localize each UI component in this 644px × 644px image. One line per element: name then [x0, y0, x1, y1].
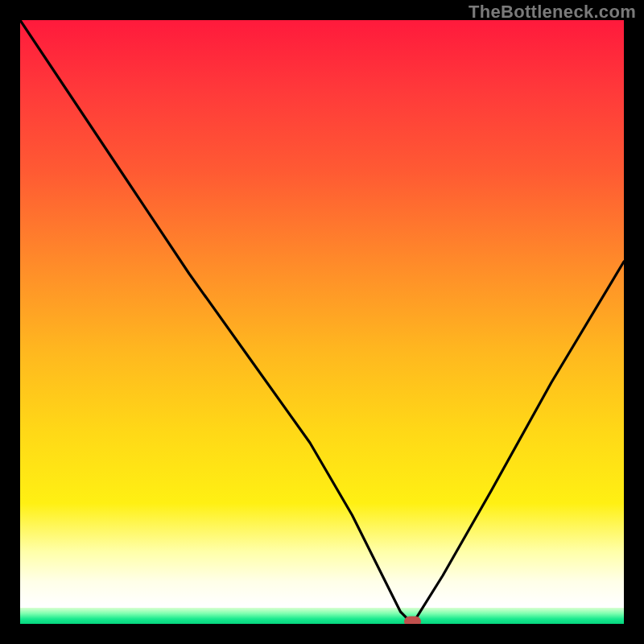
- plot-area: [20, 20, 624, 624]
- watermark-text: TheBottleneck.com: [469, 2, 636, 23]
- minimum-marker: [405, 617, 421, 624]
- chart-frame: TheBottleneck.com: [0, 0, 644, 644]
- bottleneck-curve: [20, 20, 624, 624]
